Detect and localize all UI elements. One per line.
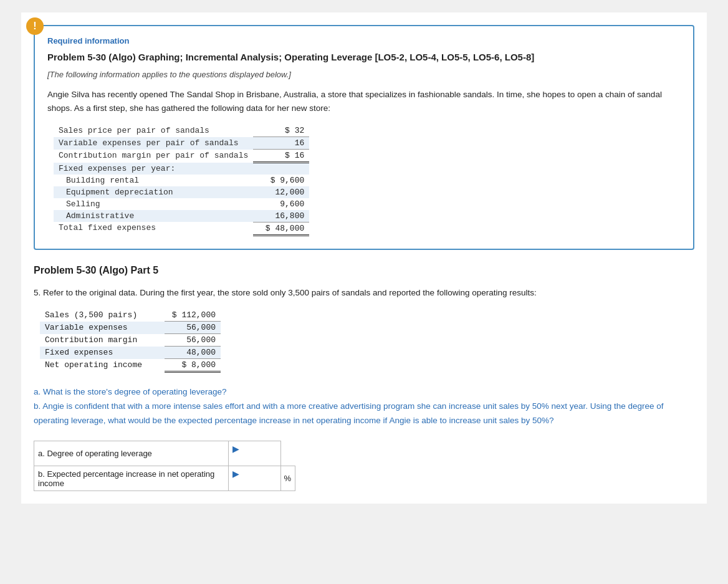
row-label: Selling (54, 198, 253, 210)
row-value: 9,600 (253, 198, 309, 210)
leverage-input[interactable] (232, 454, 270, 463)
row-value: 56,000 (165, 334, 221, 347)
problem-title: Problem 5-30 (Algo) Graphing; Incrementa… (47, 50, 681, 64)
table-row: Net operating income$ 8,000 (40, 359, 221, 372)
results-table: Sales (3,500 pairs)$ 112,000Variable exp… (40, 309, 221, 373)
answer-label: a. Degree of operating leverage (34, 441, 229, 466)
table-row: Selling9,600 (54, 198, 309, 210)
row-label: Variable expenses per pair of sandals (54, 137, 253, 150)
table-row: Building rental$ 9,600 (54, 175, 309, 186)
intro-text: Angie Silva has recently opened The Sand… (47, 88, 681, 115)
table-row: Sales (3,500 pairs)$ 112,000 (40, 309, 221, 322)
answer-row: b. Expected percentage increase in net o… (34, 466, 295, 491)
required-info-label: Required information (47, 36, 681, 45)
part-title: Problem 5-30 (Algo) Part 5 (34, 265, 694, 276)
row-value: $ 48,000 (253, 222, 309, 235)
table-row: Sales price per pair of sandals$ 32 (54, 125, 309, 137)
info-icon: ! (26, 17, 44, 35)
percentage-input[interactable] (232, 479, 270, 488)
answer-table: a. Degree of operating leverage▶b. Expec… (34, 441, 295, 491)
row-label: Sales price per pair of sandals (54, 125, 253, 137)
table-row: Administrative16,800 (54, 210, 309, 223)
table-row: Variable expenses56,000 (40, 322, 221, 334)
applies-text: [The following information applies to th… (47, 70, 681, 79)
row-value: $ 16 (253, 150, 309, 163)
row-value: 48,000 (165, 347, 221, 359)
row-value: 12,000 (253, 186, 309, 198)
row-value: $ 112,000 (165, 309, 221, 322)
answer-input-cell[interactable]: ▶ (229, 466, 281, 491)
blue-arrow-icon: ▶ (232, 444, 239, 454)
answer-input-cell[interactable]: ▶ (229, 441, 281, 466)
blue-arrow-icon: ▶ (232, 469, 239, 479)
table-row: Equipment depreciation12,000 (54, 186, 309, 198)
row-value: 16 (253, 137, 309, 150)
row-value: $ 9,600 (253, 175, 309, 186)
question-intro: 5. Refer to the original data. During th… (34, 286, 694, 300)
info-box: ! Required information Problem 5-30 (Alg… (34, 25, 694, 250)
row-label: Contribution margin per pair of sandals (54, 150, 253, 163)
question-a: a. What is the store's degree of operati… (34, 385, 694, 400)
row-label: Contribution margin (40, 334, 165, 347)
percent-suffix: % (281, 466, 295, 491)
row-label: Sales (3,500 pairs) (40, 309, 165, 322)
table-row: Contribution margin per pair of sandals$… (54, 150, 309, 163)
answer-row: a. Degree of operating leverage▶ (34, 441, 295, 466)
row-label: Building rental (54, 175, 253, 186)
table-row: Fixed expenses per year: (54, 163, 309, 175)
row-value: $ 32 (253, 125, 309, 137)
row-label: Total fixed expenses (54, 222, 253, 235)
row-label: Equipment depreciation (54, 186, 253, 198)
page-wrapper: ! Required information Problem 5-30 (Alg… (21, 12, 707, 504)
row-value: $ 8,000 (165, 359, 221, 372)
questions-section: a. What is the store's degree of operati… (34, 385, 694, 428)
row-label: Net operating income (40, 359, 165, 372)
data-table: Sales price per pair of sandals$ 32Varia… (54, 125, 309, 236)
table-row: Contribution margin56,000 (40, 334, 221, 347)
table-row: Variable expenses per pair of sandals16 (54, 137, 309, 150)
row-label: Fixed expenses (40, 347, 165, 359)
row-value: 56,000 (165, 322, 221, 334)
row-value (253, 163, 309, 175)
answer-label: b. Expected percentage increase in net o… (34, 466, 229, 491)
table-row: Fixed expenses48,000 (40, 347, 221, 359)
row-value: 16,800 (253, 210, 309, 223)
row-label: Variable expenses (40, 322, 165, 334)
question-b: b. Angie is confident that with a more i… (34, 400, 694, 428)
part-section: Problem 5-30 (Algo) Part 5 5. Refer to t… (34, 265, 694, 491)
row-label: Fixed expenses per year: (54, 163, 253, 175)
row-label: Administrative (54, 210, 253, 223)
table-row: Total fixed expenses$ 48,000 (54, 222, 309, 235)
